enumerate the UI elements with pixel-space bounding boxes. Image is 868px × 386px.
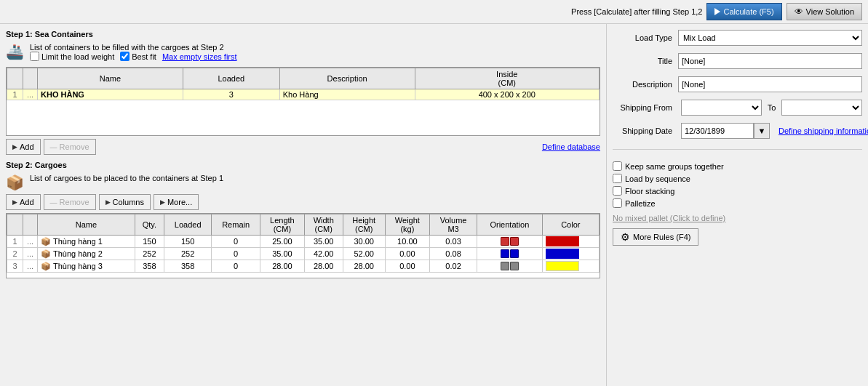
title-control xyxy=(678,53,862,69)
play-icon xyxy=(714,8,720,15)
more-rules-button[interactable]: ⚙ More Rules (F4) xyxy=(613,228,698,246)
orient-cube-r2-1 xyxy=(501,249,509,258)
s2-r3-num: 3 xyxy=(7,260,23,273)
best-fit-label: Best fit xyxy=(132,52,156,61)
load-by-sequence-input[interactable] xyxy=(613,174,622,183)
step2-remove-label: Remove xyxy=(60,198,89,206)
col-desc-h: Description xyxy=(279,68,415,89)
columns-label: Columns xyxy=(113,198,144,206)
view-solution-button[interactable]: 👁 View Solution xyxy=(787,3,862,20)
step2-add-button[interactable]: ▶ Add xyxy=(6,194,41,210)
color-swatch-r1 xyxy=(546,236,579,246)
palletize-input[interactable] xyxy=(613,198,622,208)
s2-r1-height: 30.00 xyxy=(343,236,385,248)
max-empty-link[interactable]: Max empty sizes first xyxy=(162,52,237,61)
limit-load-checkbox[interactable]: Limit the load weight xyxy=(30,52,114,61)
step2-remove-button[interactable]: — Remove xyxy=(44,194,96,210)
date-picker-button[interactable]: ▼ xyxy=(754,123,770,139)
step2-title: Step 2: Cargoes xyxy=(6,161,67,169)
step2-table-wrapper: Name Qty. Loaded Remain Length(CM) Width… xyxy=(6,213,600,278)
step1-table-wrapper: Name Loaded Description Inside (CM) xyxy=(6,67,600,136)
load-type-select[interactable]: Mix Load Single Load xyxy=(678,30,862,46)
calculate-button[interactable]: Calculate (F5) xyxy=(706,3,781,20)
limit-load-input[interactable] xyxy=(30,52,39,61)
s2-r3-volume: 0.02 xyxy=(430,260,477,273)
row-num: 1 xyxy=(7,89,23,100)
load-type-control: Mix Load Single Load xyxy=(678,30,862,46)
best-fit-input[interactable] xyxy=(120,52,130,61)
title-row: Title xyxy=(613,53,862,69)
keep-same-groups-label: Keep same groups together xyxy=(625,162,724,171)
remove-dash-icon: — xyxy=(50,143,57,151)
s2-r2-remain: 0 xyxy=(212,248,260,260)
col-loaded-h: Loaded xyxy=(183,68,279,89)
col-name-h: Name xyxy=(38,68,183,89)
s2-orientation-h: Orientation xyxy=(477,214,542,236)
table-row[interactable]: 1 ... KHO HÀNG 3 Kho Hàng 400 x 200 x 20… xyxy=(7,89,600,100)
table-row[interactable]: 3 ... 📦Thùng hàng 3 358 358 0 28.00 28.0… xyxy=(7,260,600,273)
right-options: Keep same groups together Load by sequen… xyxy=(613,161,862,246)
more-button[interactable]: ▶ More... xyxy=(154,194,199,210)
load-by-sequence-checkbox[interactable]: Load by sequence xyxy=(613,174,862,183)
row-loaded: 3 xyxy=(183,89,279,100)
palletize-label: Palletize xyxy=(625,199,656,208)
table-row[interactable]: 1 ... 📦Thùng hàng 1 150 150 0 25.00 35.0… xyxy=(7,236,600,248)
col-arrow-icon: ▶ xyxy=(105,198,111,206)
s2-num-h xyxy=(7,214,23,236)
col-dot-h xyxy=(23,68,38,89)
more-arrow-icon: ▶ xyxy=(160,198,165,206)
s2-name-h: Name xyxy=(38,214,135,236)
s2-r2-qty: 252 xyxy=(135,248,164,260)
s2-length-h: Length(CM) xyxy=(260,214,305,236)
app-window: Press [Calculate] after filling Step 1,2… xyxy=(0,0,868,386)
keep-same-groups-checkbox[interactable]: Keep same groups together xyxy=(613,161,862,171)
s2-height-h: Height(CM) xyxy=(343,214,385,236)
define-shipping-link[interactable]: Define shipping information (F6) xyxy=(779,126,868,135)
floor-stacking-input[interactable] xyxy=(613,186,622,196)
define-database-link[interactable]: Define database xyxy=(542,142,600,151)
s2-r1-orientation xyxy=(477,236,542,248)
palletize-checkbox[interactable]: Palletize xyxy=(613,198,862,208)
step1-add-label: Add xyxy=(20,142,34,151)
columns-button[interactable]: ▶ Columns xyxy=(99,194,151,210)
s2-r1-qty: 150 xyxy=(135,236,164,248)
table-row[interactable]: 2 ... 📦Thùng hàng 2 252 252 0 35.00 42.0… xyxy=(7,248,600,260)
calendar-icon: ▼ xyxy=(758,126,766,135)
description-control xyxy=(678,76,862,92)
calculate-label: Calculate (F5) xyxy=(723,7,773,16)
step2-options: ▶ Add — Remove ▶ Columns ▶ More... xyxy=(6,194,600,210)
no-mixed-pallet-link[interactable]: No mixed pallet (Click to define) xyxy=(613,214,862,222)
floor-stacking-checkbox[interactable]: Floor stacking xyxy=(613,186,862,196)
description-input[interactable] xyxy=(678,76,862,92)
best-fit-checkbox[interactable]: Best fit xyxy=(120,52,156,61)
title-input[interactable] xyxy=(678,53,862,69)
step2-header: Step 2: Cargoes xyxy=(6,161,600,169)
load-by-sequence-label: Load by sequence xyxy=(625,174,690,183)
shipping-from-select[interactable] xyxy=(681,100,762,116)
step1-section: Step 1: Sea Containers 🚢 List of contain… xyxy=(6,30,600,155)
shipping-date-label: Shipping Date xyxy=(613,126,678,135)
color-swatch-r2 xyxy=(546,249,579,259)
s2-loaded-h: Loaded xyxy=(164,214,212,236)
floor-stacking-label: Floor stacking xyxy=(625,187,674,196)
body-area: Step 1: Sea Containers 🚢 List of contain… xyxy=(0,24,868,386)
s2-r3-dot: ... xyxy=(23,260,38,273)
shipping-date-input[interactable] xyxy=(681,123,754,139)
s2-r1-name: 📦Thùng hàng 1 xyxy=(38,236,135,248)
description-row: Description xyxy=(613,76,862,92)
s2-r3-color xyxy=(542,260,599,273)
orient-cube-r1-1 xyxy=(501,237,509,246)
col-inside-h: Inside (CM) xyxy=(415,68,599,89)
press-hint: Press [Calculate] after filling Step 1,2 xyxy=(571,7,702,16)
keep-same-groups-input[interactable] xyxy=(613,161,622,171)
load-type-label: Load Type xyxy=(613,33,678,42)
shipping-to-select[interactable] xyxy=(781,100,862,116)
more-label: More... xyxy=(167,198,192,206)
s2-r3-remain: 0 xyxy=(212,260,260,273)
s2-width-h: Width(CM) xyxy=(304,214,343,236)
truck-icon: 🚢 xyxy=(6,43,24,60)
s2-weight-h: Weight(kg) xyxy=(385,214,429,236)
step1-remove-button[interactable]: — Remove xyxy=(44,139,96,155)
step1-add-button[interactable]: ▶ Add xyxy=(6,139,41,155)
s2-r1-dot: ... xyxy=(23,236,38,248)
